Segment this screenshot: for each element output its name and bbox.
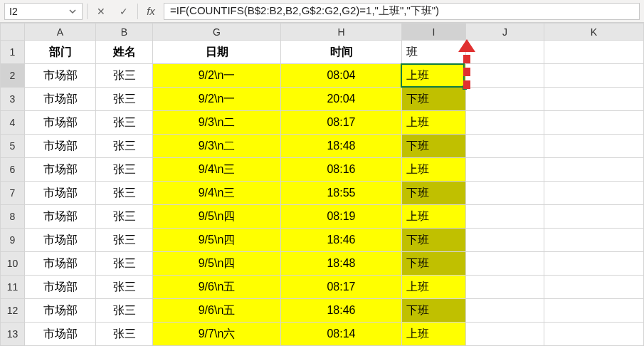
cell-B2[interactable]: 张三 [96,64,153,88]
cell-I10[interactable]: 下班 [402,252,466,276]
cell-B11[interactable]: 张三 [96,276,153,299]
cell-A3[interactable]: 市场部 [25,88,96,111]
cell-H3[interactable]: 20:04 [281,88,402,111]
cell-K10[interactable] [544,252,644,276]
cell-K1[interactable] [544,41,644,64]
cell-G1[interactable]: 日期 [153,41,281,64]
cell-G7[interactable]: 9/4\n三 [153,182,281,205]
cell-A4[interactable]: 市场部 [25,111,96,135]
cell-B12[interactable]: 张三 [96,299,153,323]
cell-A10[interactable]: 市场部 [25,252,96,276]
cell-G5[interactable]: 9/3\n二 [153,135,281,158]
col-header-A[interactable]: A [25,23,96,41]
cell-I9[interactable]: 下班 [402,229,466,252]
cell-H1[interactable]: 时间 [281,41,402,64]
cell-B13[interactable]: 张三 [96,323,153,346]
cell-B4[interactable]: 张三 [96,111,153,135]
cell-I3[interactable]: 下班 [402,88,466,111]
name-box[interactable]: I2 [4,3,83,20]
cell-J12[interactable] [466,299,544,323]
cell-J6[interactable] [466,158,544,182]
fill-handle[interactable] [463,85,467,90]
cell-J7[interactable] [466,182,544,205]
cell-J8[interactable] [466,205,544,229]
row-header-8[interactable]: 8 [1,205,25,229]
formula-input[interactable]: =IF(COUNTIFS(B$2:B2,B2,G$2:G2,G2)=1,"上班"… [164,3,640,20]
row-header-7[interactable]: 7 [1,182,25,205]
cell-I2[interactable]: 上班 [402,64,466,88]
cell-K2[interactable] [544,64,644,88]
cell-A8[interactable]: 市场部 [25,205,96,229]
cell-I8[interactable]: 上班 [402,205,466,229]
cell-K6[interactable] [544,158,644,182]
cell-K3[interactable] [544,88,644,111]
row-header-5[interactable]: 5 [1,135,25,158]
cell-A12[interactable]: 市场部 [25,299,96,323]
cell-B3[interactable]: 张三 [96,88,153,111]
cell-J1[interactable] [466,41,544,64]
col-header-B[interactable]: B [96,23,153,41]
cell-B8[interactable]: 张三 [96,205,153,229]
cell-H10[interactable]: 18:48 [281,252,402,276]
col-header-K[interactable]: K [544,23,644,41]
cell-A7[interactable]: 市场部 [25,182,96,205]
cell-I1[interactable]: 班 [402,41,466,64]
col-header-J[interactable]: J [466,23,544,41]
cell-I4[interactable]: 上班 [402,111,466,135]
cell-K4[interactable] [544,111,644,135]
cell-H7[interactable]: 18:55 [281,182,402,205]
cell-G11[interactable]: 9/6\n五 [153,276,281,299]
col-header-I[interactable]: I [402,23,466,41]
fx-icon[interactable]: fx [142,5,159,17]
cell-A2[interactable]: 市场部 [25,64,96,88]
cell-A1[interactable]: 部门 [25,41,96,64]
cell-I7[interactable]: 下班 [402,182,466,205]
cell-A9[interactable]: 市场部 [25,229,96,252]
row-header-10[interactable]: 10 [1,252,25,276]
cell-B5[interactable]: 张三 [96,135,153,158]
col-header-H[interactable]: H [281,23,402,41]
cell-G13[interactable]: 9/7\n六 [153,323,281,346]
confirm-button[interactable]: ✓ [115,3,133,20]
cell-G9[interactable]: 9/5\n四 [153,229,281,252]
row-header-2[interactable]: 2 [1,64,25,88]
row-header-11[interactable]: 11 [1,276,25,299]
cell-A13[interactable]: 市场部 [25,323,96,346]
cell-B7[interactable]: 张三 [96,182,153,205]
cell-G2[interactable]: 9/2\n一 [153,64,281,88]
cell-G3[interactable]: 9/2\n一 [153,88,281,111]
cell-G8[interactable]: 9/5\n四 [153,205,281,229]
cell-G12[interactable]: 9/6\n五 [153,299,281,323]
cell-J2[interactable] [466,64,544,88]
cell-H4[interactable]: 08:17 [281,111,402,135]
row-header-1[interactable]: 1 [1,41,25,64]
select-all-corner[interactable] [1,23,25,41]
cell-K13[interactable] [544,323,644,346]
row-header-6[interactable]: 6 [1,158,25,182]
cell-H12[interactable]: 18:46 [281,299,402,323]
cell-J3[interactable] [466,88,544,111]
cell-H13[interactable]: 08:14 [281,323,402,346]
cell-G4[interactable]: 9/3\n二 [153,111,281,135]
cell-H8[interactable]: 08:19 [281,205,402,229]
cancel-button[interactable]: ✕ [92,3,110,20]
col-header-G[interactable]: G [153,23,281,41]
cell-J13[interactable] [466,323,544,346]
cell-G6[interactable]: 9/4\n三 [153,158,281,182]
cell-A6[interactable]: 市场部 [25,158,96,182]
cell-J4[interactable] [466,111,544,135]
cell-I12[interactable]: 下班 [402,299,466,323]
cell-I11[interactable]: 上班 [402,276,466,299]
cell-I13[interactable]: 上班 [402,323,466,346]
cell-J11[interactable] [466,276,544,299]
cell-I6[interactable]: 上班 [402,158,466,182]
cell-K9[interactable] [544,229,644,252]
cell-H11[interactable]: 08:17 [281,276,402,299]
cell-A5[interactable]: 市场部 [25,135,96,158]
cell-K8[interactable] [544,205,644,229]
cell-I5[interactable]: 下班 [402,135,466,158]
cell-B10[interactable]: 张三 [96,252,153,276]
cell-J10[interactable] [466,252,544,276]
row-header-12[interactable]: 12 [1,299,25,323]
cell-J5[interactable] [466,135,544,158]
